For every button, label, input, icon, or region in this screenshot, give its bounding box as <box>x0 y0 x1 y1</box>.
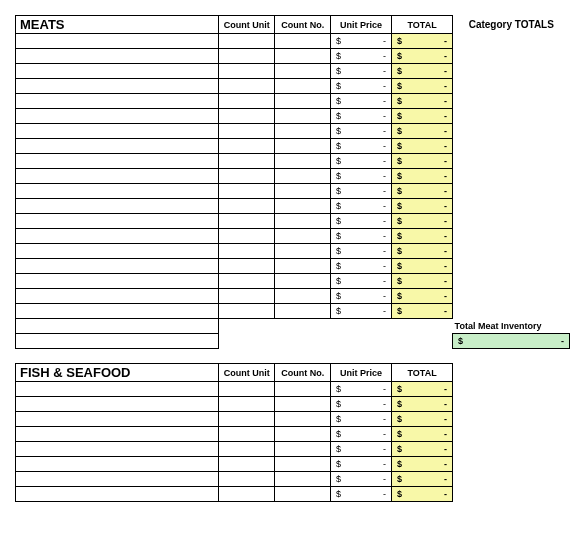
count-no-cell[interactable] <box>275 199 331 214</box>
count-unit-cell[interactable] <box>219 199 275 214</box>
count-no-cell[interactable] <box>275 34 331 49</box>
count-unit-cell[interactable] <box>219 412 275 427</box>
unit-price-cell[interactable]: $- <box>331 304 392 319</box>
count-unit-cell[interactable] <box>219 184 275 199</box>
count-no-cell[interactable] <box>275 229 331 244</box>
item-cell[interactable] <box>16 457 219 472</box>
count-no-cell[interactable] <box>275 244 331 259</box>
count-no-cell[interactable] <box>275 457 331 472</box>
count-unit-cell[interactable] <box>219 487 275 502</box>
item-cell[interactable] <box>16 229 219 244</box>
item-cell[interactable] <box>16 244 219 259</box>
item-cell[interactable] <box>16 154 219 169</box>
item-cell[interactable] <box>16 49 219 64</box>
count-unit-cell[interactable] <box>219 304 275 319</box>
unit-price-cell[interactable]: $- <box>331 109 392 124</box>
count-unit-cell[interactable] <box>219 397 275 412</box>
unit-price-cell[interactable]: $- <box>331 49 392 64</box>
unit-price-cell[interactable]: $- <box>331 472 392 487</box>
count-unit-cell[interactable] <box>219 49 275 64</box>
count-no-cell[interactable] <box>275 214 331 229</box>
count-no-cell[interactable] <box>275 94 331 109</box>
count-no-cell[interactable] <box>275 154 331 169</box>
unit-price-cell[interactable]: $- <box>331 457 392 472</box>
count-unit-cell[interactable] <box>219 79 275 94</box>
count-unit-cell[interactable] <box>219 259 275 274</box>
count-no-cell[interactable] <box>275 79 331 94</box>
item-cell[interactable] <box>16 199 219 214</box>
count-no-cell[interactable] <box>275 109 331 124</box>
item-cell[interactable] <box>16 34 219 49</box>
item-cell[interactable] <box>16 214 219 229</box>
item-cell[interactable] <box>16 304 219 319</box>
count-no-cell[interactable] <box>275 487 331 502</box>
count-unit-cell[interactable] <box>219 289 275 304</box>
unit-price-cell[interactable]: $- <box>331 79 392 94</box>
count-unit-cell[interactable] <box>219 109 275 124</box>
count-no-cell[interactable] <box>275 289 331 304</box>
unit-price-cell[interactable]: $- <box>331 199 392 214</box>
count-no-cell[interactable] <box>275 259 331 274</box>
item-cell[interactable] <box>16 94 219 109</box>
unit-price-cell[interactable]: $- <box>331 244 392 259</box>
count-unit-cell[interactable] <box>219 229 275 244</box>
count-unit-cell[interactable] <box>219 94 275 109</box>
unit-price-cell[interactable]: $- <box>331 184 392 199</box>
count-unit-cell[interactable] <box>219 274 275 289</box>
item-cell[interactable] <box>16 79 219 94</box>
item-cell[interactable] <box>16 442 219 457</box>
item-cell[interactable] <box>16 259 219 274</box>
unit-price-cell[interactable]: $- <box>331 427 392 442</box>
count-no-cell[interactable] <box>275 274 331 289</box>
unit-price-cell[interactable]: $- <box>331 259 392 274</box>
unit-price-cell[interactable]: $- <box>331 64 392 79</box>
unit-price-cell[interactable]: $- <box>331 229 392 244</box>
unit-price-cell[interactable]: $- <box>331 154 392 169</box>
item-cell[interactable] <box>16 124 219 139</box>
count-unit-cell[interactable] <box>219 382 275 397</box>
count-no-cell[interactable] <box>275 427 331 442</box>
unit-price-cell[interactable]: $- <box>331 274 392 289</box>
count-no-cell[interactable] <box>275 304 331 319</box>
count-unit-cell[interactable] <box>219 472 275 487</box>
unit-price-cell[interactable]: $- <box>331 139 392 154</box>
count-unit-cell[interactable] <box>219 442 275 457</box>
count-unit-cell[interactable] <box>219 457 275 472</box>
unit-price-cell[interactable]: $- <box>331 214 392 229</box>
item-cell[interactable] <box>16 184 219 199</box>
unit-price-cell[interactable]: $- <box>331 124 392 139</box>
count-no-cell[interactable] <box>275 169 331 184</box>
count-no-cell[interactable] <box>275 382 331 397</box>
count-no-cell[interactable] <box>275 139 331 154</box>
unit-price-cell[interactable]: $- <box>331 442 392 457</box>
item-cell[interactable] <box>16 289 219 304</box>
count-no-cell[interactable] <box>275 124 331 139</box>
count-no-cell[interactable] <box>275 472 331 487</box>
unit-price-cell[interactable]: $- <box>331 412 392 427</box>
unit-price-cell[interactable]: $- <box>331 382 392 397</box>
count-unit-cell[interactable] <box>219 64 275 79</box>
item-cell[interactable] <box>16 274 219 289</box>
item-cell[interactable] <box>16 427 219 442</box>
unit-price-cell[interactable]: $- <box>331 169 392 184</box>
count-no-cell[interactable] <box>275 184 331 199</box>
item-cell[interactable] <box>16 64 219 79</box>
count-no-cell[interactable] <box>275 397 331 412</box>
count-unit-cell[interactable] <box>219 427 275 442</box>
item-cell[interactable] <box>16 382 219 397</box>
count-unit-cell[interactable] <box>219 214 275 229</box>
count-no-cell[interactable] <box>275 49 331 64</box>
count-no-cell[interactable] <box>275 64 331 79</box>
item-cell[interactable] <box>16 397 219 412</box>
unit-price-cell[interactable]: $- <box>331 94 392 109</box>
count-unit-cell[interactable] <box>219 244 275 259</box>
count-unit-cell[interactable] <box>219 169 275 184</box>
count-unit-cell[interactable] <box>219 34 275 49</box>
unit-price-cell[interactable]: $- <box>331 487 392 502</box>
item-cell[interactable] <box>16 472 219 487</box>
count-no-cell[interactable] <box>275 412 331 427</box>
unit-price-cell[interactable]: $- <box>331 397 392 412</box>
item-cell[interactable] <box>16 169 219 184</box>
item-cell[interactable] <box>16 412 219 427</box>
count-unit-cell[interactable] <box>219 139 275 154</box>
